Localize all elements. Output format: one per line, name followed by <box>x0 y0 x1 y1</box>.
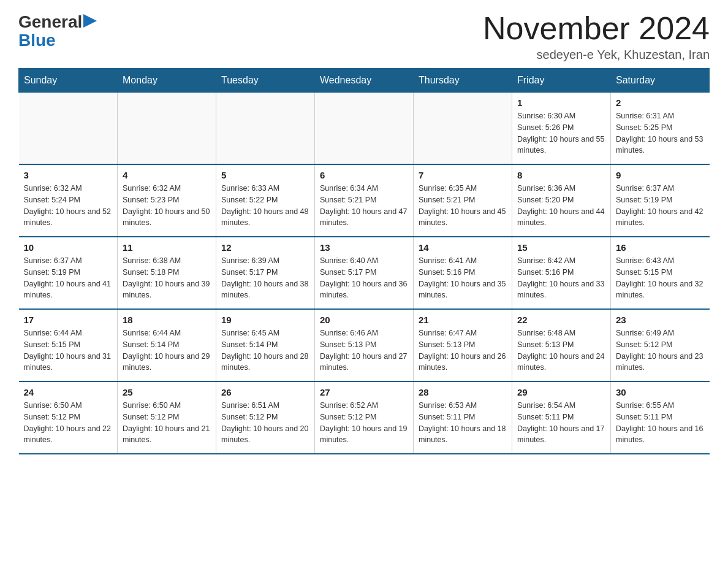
day-number: 30 <box>616 387 705 397</box>
calendar-cell: 16Sunrise: 6:43 AMSunset: 5:15 PMDayligh… <box>611 237 710 309</box>
day-number: 29 <box>517 387 605 397</box>
day-number: 11 <box>123 242 211 253</box>
page-header: General Blue November 2024 sedeyen-e Yek… <box>18 12 710 62</box>
calendar-cell: 29Sunrise: 6:54 AMSunset: 5:11 PMDayligh… <box>512 381 611 454</box>
calendar-cell <box>414 93 512 165</box>
day-number: 3 <box>24 170 113 180</box>
calendar-cell: 15Sunrise: 6:42 AMSunset: 5:16 PMDayligh… <box>512 237 611 309</box>
calendar-cell: 14Sunrise: 6:41 AMSunset: 5:16 PMDayligh… <box>414 237 512 309</box>
day-number: 5 <box>221 170 309 180</box>
calendar-cell: 19Sunrise: 6:45 AMSunset: 5:14 PMDayligh… <box>216 309 315 381</box>
calendar-cell: 22Sunrise: 6:48 AMSunset: 5:13 PMDayligh… <box>512 309 611 381</box>
logo-arrow-icon <box>83 14 97 28</box>
day-info: Sunrise: 6:50 AMSunset: 5:12 PMDaylight:… <box>24 400 113 446</box>
day-info: Sunrise: 6:47 AMSunset: 5:13 PMDaylight:… <box>419 327 507 373</box>
day-info: Sunrise: 6:49 AMSunset: 5:12 PMDaylight:… <box>616 327 705 373</box>
day-number: 23 <box>616 315 705 325</box>
calendar-cell: 13Sunrise: 6:40 AMSunset: 5:17 PMDayligh… <box>315 237 414 309</box>
day-info: Sunrise: 6:42 AMSunset: 5:16 PMDaylight:… <box>517 255 605 301</box>
weekday-header-thursday: Thursday <box>414 69 512 93</box>
day-number: 22 <box>517 315 605 325</box>
weekday-header-wednesday: Wednesday <box>315 69 414 93</box>
logo: General Blue <box>18 12 97 50</box>
weekday-header-sunday: Sunday <box>19 69 118 93</box>
calendar-cell: 6Sunrise: 6:34 AMSunset: 5:21 PMDaylight… <box>315 164 414 237</box>
day-number: 15 <box>517 242 605 253</box>
calendar-cell: 12Sunrise: 6:39 AMSunset: 5:17 PMDayligh… <box>216 237 315 309</box>
day-info: Sunrise: 6:48 AMSunset: 5:13 PMDaylight:… <box>517 327 605 373</box>
day-info: Sunrise: 6:44 AMSunset: 5:15 PMDaylight:… <box>24 327 113 373</box>
calendar-header-row: SundayMondayTuesdayWednesdayThursdayFrid… <box>19 69 710 93</box>
calendar-cell: 25Sunrise: 6:50 AMSunset: 5:12 PMDayligh… <box>118 381 216 454</box>
day-info: Sunrise: 6:36 AMSunset: 5:20 PMDaylight:… <box>517 183 605 229</box>
calendar-cell <box>315 93 414 165</box>
day-number: 14 <box>419 242 507 253</box>
day-info: Sunrise: 6:30 AMSunset: 5:26 PMDaylight:… <box>517 110 605 156</box>
calendar-table: SundayMondayTuesdayWednesdayThursdayFrid… <box>18 68 710 454</box>
calendar-cell <box>19 93 118 165</box>
day-number: 13 <box>320 242 408 253</box>
day-number: 7 <box>419 170 507 180</box>
day-info: Sunrise: 6:43 AMSunset: 5:15 PMDaylight:… <box>616 255 705 301</box>
day-number: 16 <box>616 242 705 253</box>
day-info: Sunrise: 6:46 AMSunset: 5:13 PMDaylight:… <box>320 327 408 373</box>
calendar-cell: 1Sunrise: 6:30 AMSunset: 5:26 PMDaylight… <box>512 93 611 165</box>
calendar-week-row-1: 1Sunrise: 6:30 AMSunset: 5:26 PMDaylight… <box>19 93 710 165</box>
calendar-cell: 17Sunrise: 6:44 AMSunset: 5:15 PMDayligh… <box>19 309 118 381</box>
calendar-cell: 11Sunrise: 6:38 AMSunset: 5:18 PMDayligh… <box>118 237 216 309</box>
calendar-cell: 20Sunrise: 6:46 AMSunset: 5:13 PMDayligh… <box>315 309 414 381</box>
day-number: 24 <box>24 387 113 397</box>
weekday-header-tuesday: Tuesday <box>216 69 315 93</box>
calendar-cell: 7Sunrise: 6:35 AMSunset: 5:21 PMDaylight… <box>414 164 512 237</box>
title-block: November 2024 sedeyen-e Yek, Khuzestan, … <box>483 12 710 62</box>
calendar-cell: 4Sunrise: 6:32 AMSunset: 5:23 PMDaylight… <box>118 164 216 237</box>
weekday-header-saturday: Saturday <box>611 69 710 93</box>
day-info: Sunrise: 6:53 AMSunset: 5:11 PMDaylight:… <box>419 400 507 446</box>
calendar-week-row-5: 24Sunrise: 6:50 AMSunset: 5:12 PMDayligh… <box>19 381 710 454</box>
calendar-cell: 26Sunrise: 6:51 AMSunset: 5:12 PMDayligh… <box>216 381 315 454</box>
day-info: Sunrise: 6:41 AMSunset: 5:16 PMDaylight:… <box>419 255 507 301</box>
logo-general-text: General <box>18 12 82 32</box>
weekday-header-friday: Friday <box>512 69 611 93</box>
day-info: Sunrise: 6:37 AMSunset: 5:19 PMDaylight:… <box>24 255 113 301</box>
day-number: 8 <box>517 170 605 180</box>
weekday-header-monday: Monday <box>118 69 216 93</box>
day-info: Sunrise: 6:54 AMSunset: 5:11 PMDaylight:… <box>517 400 605 446</box>
calendar-cell: 10Sunrise: 6:37 AMSunset: 5:19 PMDayligh… <box>19 237 118 309</box>
day-info: Sunrise: 6:31 AMSunset: 5:25 PMDaylight:… <box>616 110 705 156</box>
day-info: Sunrise: 6:35 AMSunset: 5:21 PMDaylight:… <box>419 183 507 229</box>
calendar-cell <box>118 93 216 165</box>
logo-blue-text: Blue <box>18 31 56 50</box>
day-number: 18 <box>123 315 211 325</box>
calendar-cell: 30Sunrise: 6:55 AMSunset: 5:11 PMDayligh… <box>611 381 710 454</box>
calendar-week-row-2: 3Sunrise: 6:32 AMSunset: 5:24 PMDaylight… <box>19 164 710 237</box>
day-info: Sunrise: 6:32 AMSunset: 5:24 PMDaylight:… <box>24 183 113 229</box>
calendar-cell: 2Sunrise: 6:31 AMSunset: 5:25 PMDaylight… <box>611 93 710 165</box>
calendar-cell: 5Sunrise: 6:33 AMSunset: 5:22 PMDaylight… <box>216 164 315 237</box>
day-info: Sunrise: 6:34 AMSunset: 5:21 PMDaylight:… <box>320 183 408 229</box>
day-info: Sunrise: 6:44 AMSunset: 5:14 PMDaylight:… <box>123 327 211 373</box>
location-subtitle: sedeyen-e Yek, Khuzestan, Iran <box>483 48 710 62</box>
calendar-cell: 21Sunrise: 6:47 AMSunset: 5:13 PMDayligh… <box>414 309 512 381</box>
calendar-cell: 18Sunrise: 6:44 AMSunset: 5:14 PMDayligh… <box>118 309 216 381</box>
day-number: 4 <box>123 170 211 180</box>
day-info: Sunrise: 6:51 AMSunset: 5:12 PMDaylight:… <box>221 400 309 446</box>
day-info: Sunrise: 6:55 AMSunset: 5:11 PMDaylight:… <box>616 400 705 446</box>
day-info: Sunrise: 6:40 AMSunset: 5:17 PMDaylight:… <box>320 255 408 301</box>
day-number: 20 <box>320 315 408 325</box>
day-info: Sunrise: 6:32 AMSunset: 5:23 PMDaylight:… <box>123 183 211 229</box>
calendar-cell: 3Sunrise: 6:32 AMSunset: 5:24 PMDaylight… <box>19 164 118 237</box>
day-number: 21 <box>419 315 507 325</box>
calendar-cell: 24Sunrise: 6:50 AMSunset: 5:12 PMDayligh… <box>19 381 118 454</box>
day-info: Sunrise: 6:45 AMSunset: 5:14 PMDaylight:… <box>221 327 309 373</box>
calendar-week-row-3: 10Sunrise: 6:37 AMSunset: 5:19 PMDayligh… <box>19 237 710 309</box>
day-info: Sunrise: 6:52 AMSunset: 5:12 PMDaylight:… <box>320 400 408 446</box>
day-info: Sunrise: 6:38 AMSunset: 5:18 PMDaylight:… <box>123 255 211 301</box>
day-number: 1 <box>517 98 605 108</box>
month-year-title: November 2024 <box>483 12 710 44</box>
day-number: 26 <box>221 387 309 397</box>
day-number: 27 <box>320 387 408 397</box>
day-info: Sunrise: 6:50 AMSunset: 5:12 PMDaylight:… <box>123 400 211 446</box>
day-info: Sunrise: 6:37 AMSunset: 5:19 PMDaylight:… <box>616 183 705 229</box>
day-number: 9 <box>616 170 705 180</box>
